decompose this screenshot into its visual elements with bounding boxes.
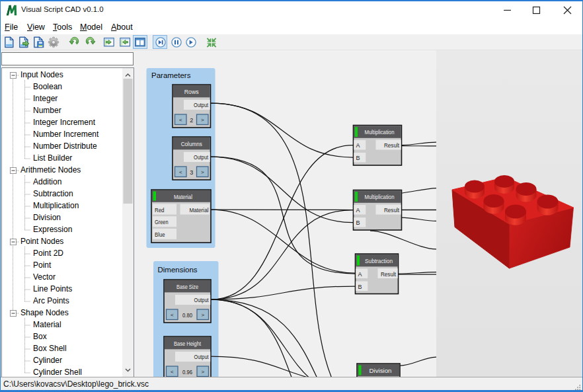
svg-text:Output: Output [194,102,208,108]
svg-text:Result: Result [384,142,399,149]
svg-text:Multiplication: Multiplication [365,129,395,136]
svg-text:Parameters: Parameters [151,71,191,79]
svg-text:A: A [358,271,362,278]
svg-text:<: < [179,117,182,123]
svg-text:Multiplication: Multiplication [365,194,395,200]
svg-text:>: > [201,312,204,318]
svg-text:Output: Output [194,154,208,161]
svg-text:B: B [356,219,360,226]
svg-text:<: < [171,312,174,318]
svg-text:A: A [356,207,360,214]
svg-text:Output: Output [194,297,209,303]
svg-text:Red: Red [155,207,165,214]
svg-text:Material: Material [174,194,192,200]
svg-text:0.96: 0.96 [182,369,192,375]
svg-text:>: > [201,117,204,123]
svg-text:A: A [356,142,360,149]
svg-text:Output: Output [194,354,209,360]
svg-text:Base Height: Base Height [174,340,201,347]
svg-text:Result: Result [381,271,396,278]
svg-text:B: B [358,284,362,290]
svg-text:0.80: 0.80 [182,312,192,319]
svg-text:Base Size: Base Size [176,284,198,290]
svg-text:Result: Result [384,207,399,214]
svg-text:Green: Green [155,219,169,225]
svg-text:Dimensions: Dimensions [158,266,198,274]
svg-text:<: < [179,169,182,175]
svg-text:B: B [356,155,360,161]
svg-text:>: > [201,169,204,175]
svg-text:Rows: Rows [184,89,199,95]
svg-text:3: 3 [190,169,193,176]
svg-text:Blue: Blue [155,231,165,238]
svg-text:<: < [171,369,174,375]
svg-text:2: 2 [190,117,193,124]
svg-text:Material: Material [190,207,209,214]
svg-text:Subtraction: Subtraction [365,258,393,264]
svg-text:Columns: Columns [181,141,202,147]
svg-text:Division: Division [369,368,392,374]
svg-text:>: > [201,369,204,375]
